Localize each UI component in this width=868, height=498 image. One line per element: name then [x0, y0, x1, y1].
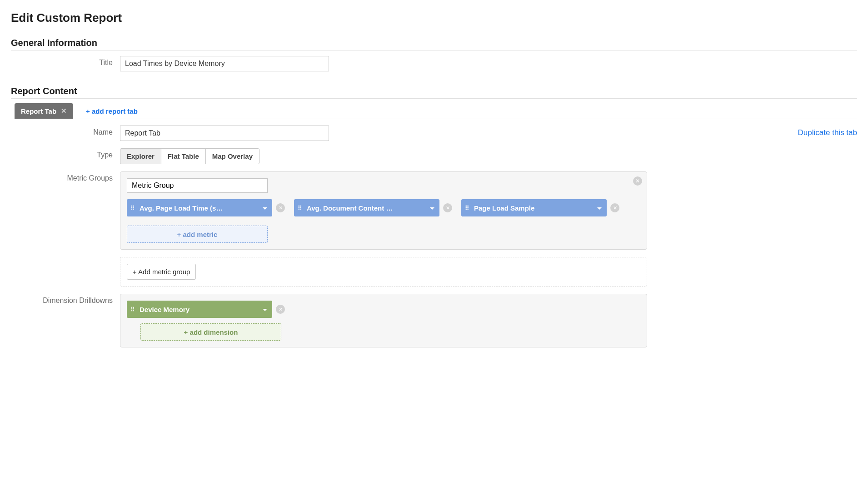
section-content-heading: Report Content — [11, 86, 857, 99]
metric-group-name-input[interactable] — [127, 178, 268, 193]
tab-report-tab[interactable]: Report Tab ✕ — [15, 103, 73, 119]
dimension-drilldowns-panel: ⠿ Device Memory ✕ + add dimension — [120, 294, 647, 347]
report-title-input[interactable] — [120, 56, 329, 71]
remove-metric-icon[interactable]: ✕ — [610, 203, 619, 212]
chevron-down-icon[interactable] — [429, 204, 435, 212]
remove-metric-icon[interactable]: ✕ — [443, 203, 452, 212]
chevron-down-icon[interactable] — [262, 204, 268, 212]
metric-chip[interactable]: ⠿ Page Load Sample — [461, 199, 607, 216]
report-tabs-bar: Report Tab ✕ + add report tab — [11, 103, 857, 119]
page-title: Edit Custom Report — [11, 11, 857, 25]
duplicate-tab-link[interactable]: Duplicate this tab — [798, 126, 857, 137]
remove-metric-icon[interactable]: ✕ — [276, 203, 285, 212]
drag-handle-icon[interactable]: ⠿ — [130, 308, 136, 311]
section-general-heading: General Information — [11, 38, 857, 50]
add-metric-group-panel: + Add metric group — [120, 257, 647, 287]
metric-groups-label: Metric Groups — [11, 171, 120, 182]
tab-type-label: Type — [11, 148, 120, 159]
dimension-chip[interactable]: ⠿ Device Memory — [127, 301, 272, 318]
add-report-tab-button[interactable]: + add report tab — [84, 104, 140, 119]
type-map-overlay-button[interactable]: Map Overlay — [205, 148, 259, 164]
chevron-down-icon[interactable] — [597, 204, 602, 212]
close-icon[interactable]: ✕ — [61, 107, 67, 115]
metric-chips-row: ⠿ Avg. Page Load Time (s… ✕ ⠿ Avg. Docum… — [127, 199, 640, 243]
add-metric-group-button[interactable]: + Add metric group — [127, 264, 196, 280]
metric-chip-label: Avg. Document Content … — [307, 204, 426, 212]
drag-handle-icon[interactable]: ⠿ — [465, 206, 470, 210]
add-dimension-button[interactable]: + add dimension — [140, 323, 281, 341]
metric-chip-label: Page Load Sample — [474, 204, 593, 212]
dimension-chip-label: Device Memory — [140, 306, 259, 313]
type-button-group: Explorer Flat Table Map Overlay — [120, 148, 259, 164]
dimension-drilldowns-label: Dimension Drilldowns — [11, 294, 120, 305]
drag-handle-icon[interactable]: ⠿ — [298, 206, 303, 210]
add-metric-button[interactable]: + add metric — [127, 226, 268, 243]
tab-name-input[interactable] — [120, 126, 329, 141]
metric-chip[interactable]: ⠿ Avg. Page Load Time (s… — [127, 199, 272, 216]
metric-group-panel: ✕ ⠿ Avg. Page Load Time (s… ✕ ⠿ Avg. Doc… — [120, 171, 647, 250]
metric-chip-label: Avg. Page Load Time (s… — [140, 204, 259, 212]
remove-dimension-icon[interactable]: ✕ — [276, 305, 285, 314]
type-flat-table-button[interactable]: Flat Table — [161, 148, 206, 164]
type-explorer-button[interactable]: Explorer — [120, 148, 161, 164]
tab-name-label: Name — [11, 126, 120, 136]
drag-handle-icon[interactable]: ⠿ — [130, 206, 136, 210]
remove-metric-group-icon[interactable]: ✕ — [633, 176, 642, 186]
title-label: Title — [11, 56, 120, 67]
chevron-down-icon[interactable] — [262, 306, 268, 313]
metric-chip[interactable]: ⠿ Avg. Document Content … — [294, 199, 439, 216]
tab-report-tab-label: Report Tab — [21, 107, 56, 115]
